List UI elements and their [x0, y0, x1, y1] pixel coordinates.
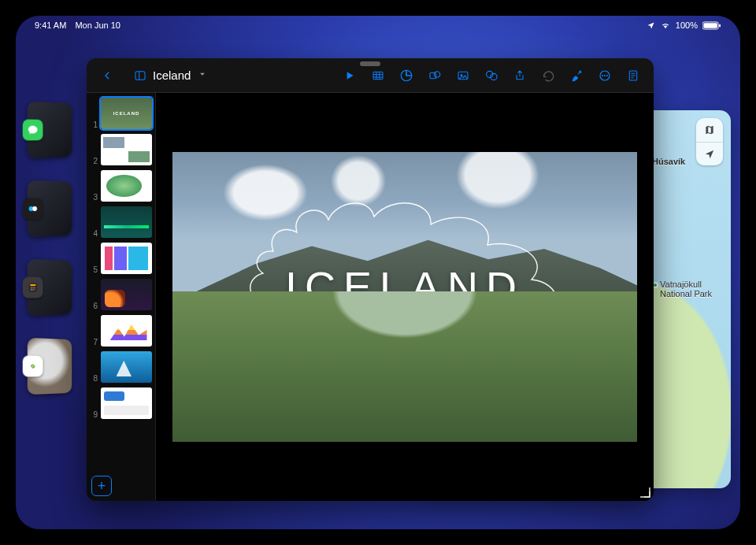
- title-chevron-icon[interactable]: [197, 69, 208, 83]
- slide-thumb-3[interactable]: [101, 170, 152, 202]
- slide-thumb-1[interactable]: [101, 98, 152, 129]
- undo-button[interactable]: [536, 63, 561, 88]
- slide-thumb-7[interactable]: [101, 315, 152, 347]
- slide-number: 9: [90, 411, 98, 419]
- format-button[interactable]: [592, 63, 617, 88]
- slide-number: 4: [90, 230, 98, 238]
- play-button[interactable]: [337, 63, 362, 88]
- battery-pct: 100%: [676, 20, 698, 30]
- insert-chart-button[interactable]: [394, 63, 419, 88]
- slide-number: 3: [90, 194, 98, 202]
- comment-button[interactable]: [479, 63, 504, 88]
- back-button[interactable]: [94, 63, 120, 88]
- stage-app-facetime[interactable]: [28, 180, 72, 237]
- window-grab-pill-icon[interactable]: [360, 61, 380, 66]
- document-title: Iceland: [153, 69, 191, 82]
- slide-number: 6: [90, 302, 98, 310]
- translate-icon: [23, 198, 43, 219]
- svg-point-8: [32, 287, 33, 288]
- slide-number: 5: [90, 266, 98, 274]
- slide-number: 1: [90, 121, 98, 129]
- status-date: Mon Jun 10: [75, 20, 120, 30]
- stage-app-calculator[interactable]: [28, 259, 72, 316]
- svg-point-12: [34, 289, 35, 290]
- slide-thumb-4[interactable]: [101, 206, 152, 238]
- maps-controls: [696, 118, 723, 165]
- slide-thumb-2[interactable]: [101, 134, 152, 165]
- slide-number: 7: [90, 339, 98, 347]
- slide-navigator[interactable]: 1 2 3 4 5 6 7 8 9 +: [87, 93, 156, 501]
- svg-point-4: [32, 206, 37, 211]
- status-time: 9:41 AM: [35, 20, 66, 30]
- sidebar-toggle-button[interactable]: [128, 63, 153, 88]
- svg-rect-6: [30, 284, 35, 286]
- svg-rect-21: [135, 71, 145, 80]
- slide-content[interactable]: ICELAND GEOGRAPHY FIELD TRIP: [172, 152, 637, 442]
- stage-app-photos[interactable]: [28, 338, 72, 395]
- slide-title[interactable]: ICELAND: [172, 262, 637, 311]
- maps-label-vatnajokull: Vatnajökull National Park: [660, 280, 731, 298]
- maps-mode-icon[interactable]: [696, 118, 723, 142]
- window-resize-handle-icon[interactable]: [636, 484, 650, 498]
- slide-number: 8: [90, 375, 98, 383]
- svg-point-10: [31, 289, 32, 290]
- maps-label-husavik: Húsavík: [652, 157, 685, 166]
- photos-icon: [23, 355, 43, 376]
- wifi-icon: [660, 21, 671, 30]
- add-slide-button[interactable]: +: [91, 476, 112, 496]
- slide-subtitle[interactable]: GEOGRAPHY FIELD TRIP: [172, 320, 637, 331]
- calculator-icon: [23, 276, 43, 298]
- svg-rect-2: [719, 24, 721, 27]
- svg-rect-28: [430, 72, 436, 79]
- location-icon: [647, 21, 655, 30]
- svg-point-7: [31, 287, 32, 288]
- ipad-screen: 9:41 AM Mon Jun 10 100%: [16, 16, 740, 529]
- share-button[interactable]: [507, 63, 532, 88]
- slide-canvas[interactable]: ICELAND GEOGRAPHY FIELD TRIP: [156, 93, 654, 501]
- slide-thumb-8[interactable]: [101, 351, 152, 383]
- battery-icon: [702, 21, 721, 30]
- svg-point-37: [606, 75, 608, 76]
- slide-thumb-6[interactable]: [101, 279, 152, 310]
- svg-rect-23: [373, 72, 383, 79]
- svg-rect-1: [703, 23, 717, 28]
- svg-point-29: [434, 71, 440, 77]
- insert-media-button[interactable]: [450, 63, 476, 88]
- slide-number: 2: [90, 158, 98, 165]
- messages-icon: [23, 119, 43, 140]
- svg-point-11: [32, 289, 33, 290]
- document-options-button[interactable]: [621, 63, 646, 88]
- stage-app-safari-notes[interactable]: [28, 102, 72, 158]
- keynote-window[interactable]: Iceland: [87, 58, 654, 501]
- maps-locate-icon[interactable]: [696, 142, 723, 165]
- slide-thumb-5[interactable]: [101, 243, 152, 274]
- svg-point-35: [602, 75, 603, 76]
- svg-point-36: [604, 75, 606, 76]
- insert-table-button[interactable]: [365, 63, 391, 88]
- svg-point-9: [34, 287, 35, 288]
- status-bar: 9:41 AM Mon Jun 10 100%: [16, 16, 740, 33]
- animate-button[interactable]: [564, 63, 589, 88]
- insert-shape-button[interactable]: [422, 63, 447, 88]
- stage-manager-strip: [22, 102, 79, 394]
- slide-thumb-9[interactable]: [101, 387, 152, 419]
